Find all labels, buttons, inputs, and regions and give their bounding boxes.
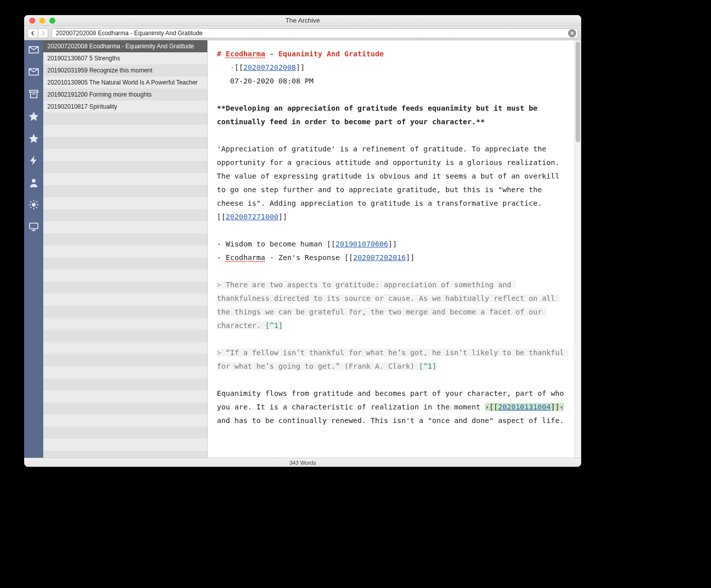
word-count: 343 Words xyxy=(289,460,316,466)
heading-rest: - Equanimity And Gratitude xyxy=(265,50,384,58)
nav-buttons xyxy=(27,28,48,38)
star-icon[interactable] xyxy=(28,133,39,144)
summary-bold: **Developing an appreciation of gratitud… xyxy=(217,104,542,126)
note-item[interactable]: 202007202008 Ecodharma - Equanimity And … xyxy=(43,40,207,52)
envelope-icon[interactable] xyxy=(28,66,39,77)
brightness-icon[interactable] xyxy=(28,199,39,210)
note-item[interactable]: 202010130905 The Natural World Is A Powe… xyxy=(43,76,207,89)
meta-marker: › xyxy=(230,63,234,71)
editor-scrollbar[interactable] xyxy=(574,40,581,458)
bracket: [[ xyxy=(234,63,243,71)
note-list[interactable]: 202007202008 Ecodharma - Equanimity And … xyxy=(43,40,207,458)
spell-word: Ecodharma xyxy=(225,254,265,262)
search-input[interactable] xyxy=(51,28,578,38)
clear-search-button[interactable] xyxy=(568,29,576,37)
archive-box-icon[interactable] xyxy=(28,89,39,100)
bracket: ]] xyxy=(406,254,414,262)
app-window: The Archive xyxy=(24,15,581,467)
traffic-lights xyxy=(24,18,55,24)
bullet: - xyxy=(217,254,225,262)
x-icon xyxy=(570,31,574,35)
scroll-thumb[interactable] xyxy=(576,42,580,142)
note-item[interactable]: 201902031959 Recognize this moment xyxy=(43,64,207,76)
monitor-icon[interactable] xyxy=(28,221,39,232)
bullet-mid: - Zen's Response [[ xyxy=(265,254,353,262)
user-icon[interactable] xyxy=(28,177,39,188)
wikilink[interactable]: 202010131004 xyxy=(498,403,551,411)
star-icon[interactable] xyxy=(28,111,39,122)
editor-wrap: # Ecodharma - Equanimity And Gratitude ›… xyxy=(207,40,581,458)
bracket: ]] xyxy=(388,240,397,248)
quote-marker: > xyxy=(217,349,225,357)
wikilink[interactable]: 202007202008 xyxy=(243,63,296,71)
heading-word: Ecodharma xyxy=(225,50,265,58)
window-title: The Archive xyxy=(24,17,581,24)
statusbar: 343 Words xyxy=(24,458,581,467)
wikilink[interactable]: 202007202016 xyxy=(353,254,406,262)
list-filler xyxy=(43,113,207,458)
note-item[interactable]: 201902130607 5 Strengths xyxy=(43,52,207,64)
bracket: ]] xyxy=(296,63,304,71)
editor[interactable]: # Ecodharma - Equanimity And Gratitude ›… xyxy=(208,40,574,458)
envelope-icon[interactable] xyxy=(28,44,39,55)
quote-marker: > xyxy=(217,281,225,289)
svg-rect-2 xyxy=(30,223,38,229)
meta-date: 07-20-2020 08:08 PM xyxy=(230,77,313,85)
minimize-button[interactable] xyxy=(39,18,45,24)
quote-text: “If a fellow isn’t thankful for what he’… xyxy=(217,349,568,370)
forward-button[interactable] xyxy=(38,29,48,38)
svg-point-0 xyxy=(32,179,35,183)
bullet: - Wisdom to become human [[ xyxy=(217,240,336,248)
wikilink[interactable]: 202007271000 xyxy=(225,213,278,221)
chevron-left-icon xyxy=(31,31,35,36)
highlight: ›[[202010131004]]‹ xyxy=(485,403,564,411)
bolt-icon[interactable] xyxy=(28,155,39,166)
heading-hash: # xyxy=(217,50,221,58)
svg-point-1 xyxy=(32,203,35,206)
note-item[interactable]: 201902191200 Forming more thoughts xyxy=(43,89,207,101)
body: 202007202008 Ecodharma - Equanimity And … xyxy=(24,40,581,458)
toolbar xyxy=(24,26,581,40)
zoom-button[interactable] xyxy=(49,18,55,24)
footnote-ref[interactable]: [^1] xyxy=(419,362,437,370)
footnote-ref[interactable]: [^1] xyxy=(265,321,283,329)
titlebar: The Archive xyxy=(24,15,581,26)
back-button[interactable] xyxy=(28,29,38,38)
wikilink[interactable]: 201901070606 xyxy=(336,240,388,248)
chevron-right-icon xyxy=(41,31,45,36)
paragraph: 'Appreciation of gratitude' is a refinem… xyxy=(217,145,564,221)
bracket: ]] xyxy=(278,213,287,221)
note-item[interactable]: 201902010817 Spirituality xyxy=(43,101,207,113)
icon-sidebar xyxy=(24,40,43,458)
search-wrap xyxy=(51,28,578,38)
close-button[interactable] xyxy=(29,18,35,24)
